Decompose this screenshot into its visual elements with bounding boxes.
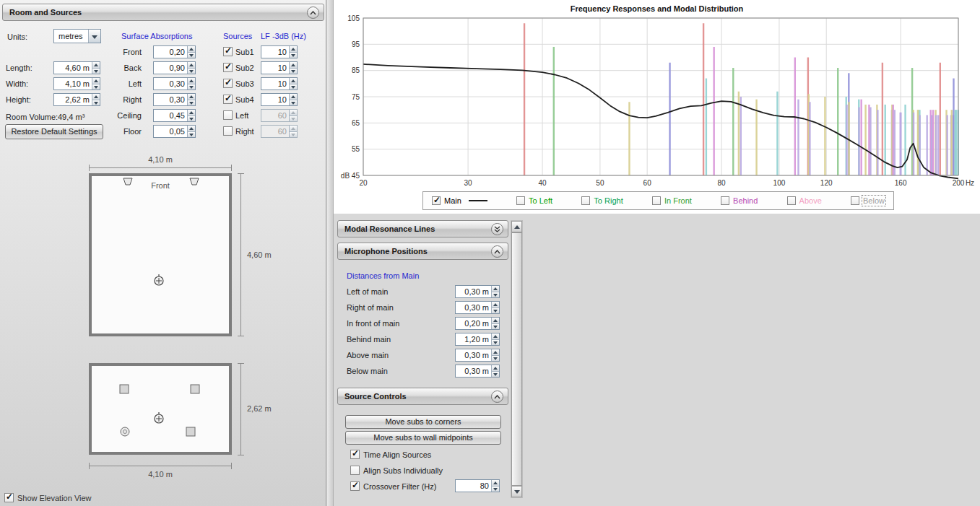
left-source-checkbox[interactable]: ✓ [223, 110, 233, 120]
spin-up-icon[interactable] [492, 333, 499, 340]
width-field[interactable]: 4,10 m [53, 77, 100, 90]
spin-down-icon[interactable] [92, 84, 100, 90]
panels-scrollbar[interactable] [511, 220, 523, 498]
absorption-ceiling-field[interactable]: 0,45 [153, 109, 196, 122]
scroll-up-icon[interactable] [511, 221, 522, 232]
listener-icon[interactable] [152, 411, 165, 424]
spin-up-icon[interactable] [188, 94, 195, 100]
move-subs-to-corners-button[interactable]: Move subs to corners [345, 415, 501, 429]
spin-down-icon[interactable] [188, 69, 195, 74]
sub1-lf-field[interactable]: 10 [261, 45, 298, 58]
collapse-button[interactable] [307, 6, 319, 19]
to-left-trace-checkbox[interactable]: ✓ [516, 196, 525, 205]
spin-up-icon[interactable] [492, 349, 499, 356]
panel-splitter[interactable] [327, 0, 334, 506]
listener-icon[interactable] [152, 274, 165, 287]
speaker-icon[interactable] [188, 178, 200, 186]
spin-down-icon[interactable] [188, 132, 195, 138]
time-align-sources-checkbox[interactable]: ✓ [350, 450, 360, 459]
spin-up-icon[interactable] [492, 286, 499, 292]
spin-down-icon[interactable] [290, 53, 297, 58]
absorption-front-field[interactable]: 0,20 [153, 45, 196, 58]
spin-down-icon[interactable] [492, 308, 499, 314]
spin-up-icon[interactable] [492, 318, 499, 324]
show-elevation-view-checkbox[interactable]: ✓ [4, 493, 14, 502]
absorption-right-field[interactable]: 0,30 [153, 93, 196, 106]
spin-up-icon[interactable] [92, 62, 100, 69]
sub2-checkbox[interactable]: ✓ [223, 63, 233, 72]
absorption-back-field[interactable]: 0,90 [153, 61, 196, 74]
scrollbar-thumb[interactable] [511, 232, 522, 486]
sub-icon[interactable] [186, 427, 196, 437]
collapse-button[interactable] [491, 391, 503, 403]
height-field[interactable]: 2,62 m [53, 93, 100, 106]
spin-up-icon[interactable] [290, 46, 297, 53]
spin-down-icon[interactable] [188, 84, 195, 90]
sub3-lf-field[interactable]: 10 [261, 77, 298, 90]
expand-button[interactable] [491, 223, 503, 235]
spin-down-icon[interactable] [188, 53, 195, 58]
spin-down-icon[interactable] [492, 372, 499, 378]
crossover-filter-checkbox[interactable]: ✓ [350, 481, 360, 491]
restore-default-settings-button[interactable]: Restore Default Settings [5, 124, 103, 139]
above-main-field[interactable]: 0,30 m [455, 349, 500, 362]
main-trace-checkbox[interactable]: ✓ [432, 196, 441, 205]
spin-down-icon[interactable] [290, 100, 297, 106]
spin-up-icon[interactable] [492, 302, 499, 308]
sub2-lf-field[interactable]: 10 [261, 61, 298, 74]
spin-up-icon[interactable] [290, 94, 297, 100]
spin-down-icon[interactable] [92, 69, 100, 74]
dropdown-arrow-icon[interactable] [88, 30, 100, 43]
below-main-field[interactable]: 0,30 m [455, 365, 500, 378]
behind-trace-checkbox[interactable]: ✓ [721, 196, 729, 205]
in-front-of-main-field[interactable]: 0,20 m [455, 317, 500, 330]
spin-up-icon[interactable] [188, 62, 195, 69]
left-of-main-field[interactable]: 0,30 m [455, 285, 500, 298]
spin-down-icon[interactable] [188, 116, 195, 122]
collapse-button[interactable] [491, 245, 503, 258]
sub4-lf-field[interactable]: 10 [261, 93, 298, 106]
absorption-left-field[interactable]: 0,30 [153, 77, 196, 90]
right-of-main-field[interactable]: 0,30 m [455, 301, 500, 314]
spin-up-icon[interactable] [492, 480, 499, 487]
right-source-checkbox[interactable]: ✓ [223, 126, 233, 136]
spin-up-icon[interactable] [188, 46, 195, 53]
spin-down-icon[interactable] [492, 487, 499, 492]
units-select[interactable]: metres [53, 29, 101, 43]
crossover-frequency-field[interactable]: 80 [455, 479, 500, 492]
spin-up-icon[interactable] [92, 78, 100, 84]
below-trace-checkbox[interactable]: ✓ [851, 196, 859, 205]
spin-down-icon[interactable] [492, 340, 499, 346]
spin-down-icon[interactable] [188, 100, 195, 106]
spin-down-icon[interactable] [492, 356, 499, 362]
sub4-checkbox[interactable]: ✓ [223, 95, 233, 104]
absorption-floor-field[interactable]: 0,05 [153, 125, 196, 138]
sub3-checkbox[interactable]: ✓ [223, 79, 233, 88]
spin-down-icon[interactable] [92, 100, 100, 106]
length-field[interactable]: 4,60 m [53, 61, 100, 74]
spin-up-icon[interactable] [188, 110, 195, 116]
sub-icon[interactable] [119, 384, 129, 394]
scroll-down-icon[interactable] [511, 486, 522, 497]
speaker-icon[interactable] [122, 178, 134, 186]
spin-down-icon[interactable] [290, 69, 297, 74]
to-right-trace-checkbox[interactable]: ✓ [581, 196, 590, 205]
in-front-trace-checkbox[interactable]: ✓ [652, 196, 661, 205]
frequency-response-plot[interactable]: 1059585756555dB 452030405060801001201602… [334, 10, 979, 191]
spin-down-icon[interactable] [492, 324, 499, 330]
align-subs-individually-checkbox[interactable]: ✓ [350, 466, 360, 475]
spin-down-icon[interactable] [492, 292, 499, 298]
sub-icon[interactable] [190, 384, 200, 394]
sub-circle-icon[interactable] [120, 427, 130, 437]
spin-up-icon[interactable] [290, 78, 297, 84]
spin-up-icon[interactable] [290, 62, 297, 69]
sub1-checkbox[interactable]: ✓ [223, 47, 233, 56]
above-trace-checkbox[interactable]: ✓ [787, 196, 796, 205]
behind-main-field[interactable]: 1,20 m [455, 333, 500, 346]
spin-up-icon[interactable] [92, 94, 100, 100]
spin-up-icon[interactable] [188, 126, 195, 132]
spin-up-icon[interactable] [188, 78, 195, 84]
spin-up-icon[interactable] [492, 365, 499, 372]
move-subs-to-wall-midpoints-button[interactable]: Move subs to wall midpoints [345, 431, 501, 445]
spin-down-icon[interactable] [290, 84, 297, 90]
